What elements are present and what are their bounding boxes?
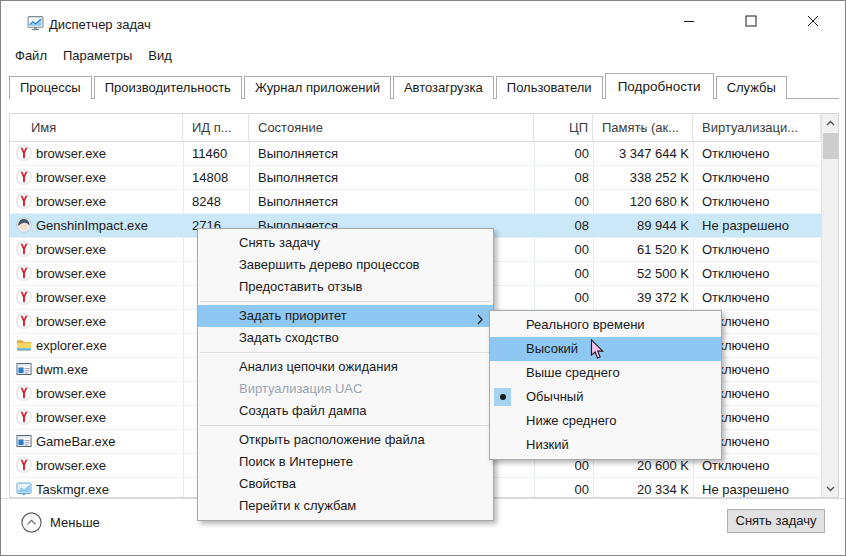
process-memory: 338 252 K	[593, 166, 689, 189]
priority-option[interactable]: Высокий	[490, 337, 721, 361]
yandex-browser-icon	[16, 409, 32, 425]
process-memory: 20 334 K	[593, 478, 689, 499]
process-memory: 39 372 K	[593, 286, 689, 309]
process-pid: 11460	[192, 142, 252, 165]
end-task-button[interactable]: Снять задачу	[727, 509, 825, 533]
yandex-browser-icon	[16, 265, 32, 281]
process-status: Выполняется	[258, 142, 528, 165]
tab-Подробности[interactable]: Подробности	[605, 73, 714, 100]
column-header-1[interactable]: Имя	[10, 114, 183, 142]
process-name: GenshinImpact.exe	[36, 214, 182, 237]
folder-icon	[16, 337, 32, 353]
window-icon	[16, 433, 32, 449]
context-menu-item[interactable]: Свойства	[198, 473, 493, 495]
menu-separator	[198, 349, 493, 356]
yandex-browser-icon	[16, 241, 32, 257]
priority-option[interactable]: Выше среднего	[490, 361, 721, 385]
process-cpu: 00	[534, 286, 589, 309]
context-menu-item[interactable]: Задать сходство	[198, 327, 493, 349]
title-bar: Диспетчер задач	[1, 1, 845, 43]
priority-option[interactable]: Низкий	[490, 433, 721, 457]
tab-Службы[interactable]: Службы	[716, 76, 787, 99]
yandex-browser-icon	[16, 313, 32, 329]
context-menu-item[interactable]: Открыть расположение файла	[198, 429, 493, 451]
process-cpu: 08	[534, 166, 589, 189]
context-menu-item[interactable]: Задать приоритет	[198, 305, 493, 327]
context-menu-item[interactable]: Создать файл дампа	[198, 400, 493, 422]
yandex-browser-icon	[16, 169, 32, 185]
priority-option[interactable]: Обычный	[490, 385, 721, 409]
process-pid: 8248	[192, 190, 252, 213]
context-menu-item[interactable]: Снять задачу	[198, 232, 493, 254]
chevron-up-circle-icon	[21, 512, 42, 533]
window-title: Диспетчер задач	[49, 17, 151, 32]
tab-Производительность[interactable]: Производительность	[94, 76, 242, 99]
context-menu-item[interactable]: Завершить дерево процессов	[198, 254, 493, 276]
column-header-3[interactable]: Состояние	[249, 114, 534, 142]
process-cpu: 00	[534, 190, 589, 213]
radio-dot	[500, 394, 506, 400]
column-header-6[interactable]: Виртуализаци...	[693, 114, 821, 142]
minimize-icon	[683, 15, 695, 27]
yandex-browser-icon	[16, 145, 32, 161]
scrollbar-thumb[interactable]	[823, 133, 838, 159]
menubar-item-1[interactable]: Файл	[7, 45, 55, 69]
fewer-details-button[interactable]: Меньше	[21, 510, 100, 534]
fewer-details-label: Меньше	[50, 515, 100, 530]
yandex-browser-icon	[16, 193, 32, 209]
process-name: browser.exe	[36, 262, 182, 285]
menu-bar: ФайлПараметрыВид	[7, 45, 180, 69]
tab-Пользователи[interactable]: Пользователи	[496, 76, 603, 99]
priority-option[interactable]: Реального времени	[490, 313, 721, 337]
menubar-item-3[interactable]: Вид	[140, 45, 180, 69]
scroll-down-button[interactable]	[822, 480, 839, 497]
minimize-button[interactable]	[658, 1, 720, 41]
chevron-up-icon	[826, 120, 835, 126]
priority-option[interactable]: Ниже среднего	[490, 409, 721, 433]
sort-descending-icon	[637, 114, 648, 142]
tab-Журнал приложений[interactable]: Журнал приложений	[244, 76, 391, 99]
maximize-icon	[745, 15, 757, 27]
tab-Процессы[interactable]: Процессы	[9, 76, 92, 99]
tab-Автозагрузка[interactable]: Автозагрузка	[393, 76, 494, 99]
process-name: dwm.exe	[36, 358, 182, 381]
column-header-4[interactable]: ЦП	[534, 114, 593, 142]
vertical-scrollbar[interactable]	[821, 114, 838, 497]
genshin-icon	[16, 217, 32, 233]
process-name: browser.exe	[36, 406, 182, 429]
column-header-5[interactable]: Память (ак...	[593, 114, 693, 142]
close-button[interactable]	[782, 1, 844, 41]
process-name: browser.exe	[36, 454, 182, 477]
context-menu-item[interactable]: Предоставить отзыв	[198, 276, 493, 298]
process-cpu: 00	[534, 142, 589, 165]
process-name: browser.exe	[36, 238, 182, 261]
yandex-browser-icon	[16, 457, 32, 473]
maximize-button[interactable]	[720, 1, 782, 41]
column-header-2[interactable]: ИД п...	[183, 114, 249, 142]
table-row[interactable]: browser.exe11460Выполняется003 347 644 K…	[10, 142, 821, 166]
process-name: browser.exe	[36, 286, 182, 309]
scroll-up-button[interactable]	[822, 114, 839, 131]
process-pid: 14808	[192, 166, 252, 189]
yandex-browser-icon	[16, 289, 32, 305]
window-controls	[658, 1, 844, 41]
table-row[interactable]: browser.exe8248Выполняется00120 680 KОтк…	[10, 190, 821, 214]
process-name: Taskmgr.exe	[36, 478, 182, 499]
priority-submenu: Реального времениВысокийВыше среднегоОбы…	[489, 310, 722, 460]
process-uac-virtualization: Отключено	[702, 190, 820, 213]
context-menu-item[interactable]: Анализ цепочки ожидания	[198, 356, 493, 378]
process-memory: 120 680 K	[593, 190, 689, 213]
context-menu-item[interactable]: Поиск в Интернете	[198, 451, 493, 473]
mouse-cursor	[590, 339, 604, 364]
process-cpu: 00	[534, 478, 589, 499]
context-menu-item[interactable]: Перейти к службам	[198, 495, 493, 517]
table-row[interactable]: browser.exe14808Выполняется08338 252 KОт…	[10, 166, 821, 190]
close-icon	[807, 15, 819, 27]
process-name: GameBar.exe	[36, 430, 182, 453]
process-uac-virtualization: Отключено	[702, 262, 820, 285]
chevron-down-icon	[826, 486, 835, 492]
process-status: Выполняется	[258, 166, 528, 189]
process-status: Выполняется	[258, 190, 528, 213]
process-memory: 61 520 K	[593, 238, 689, 261]
menubar-item-2[interactable]: Параметры	[55, 45, 140, 69]
